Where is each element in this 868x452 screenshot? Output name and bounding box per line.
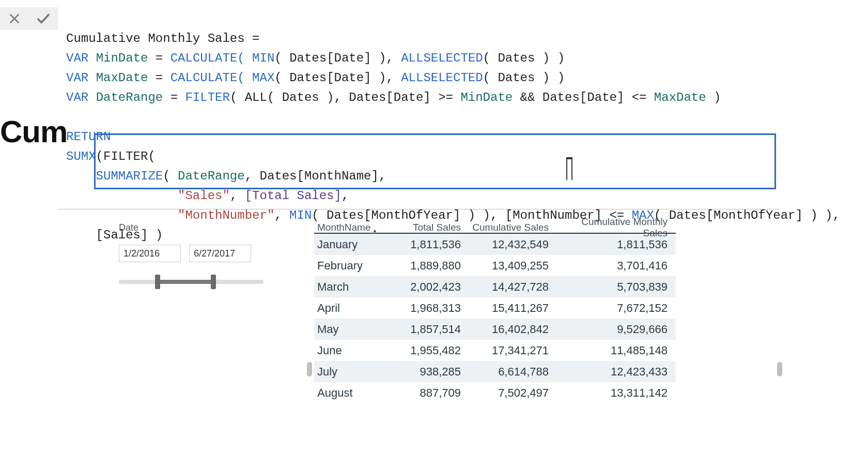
slicer-label: Date (119, 222, 274, 233)
cell-monthname: May (314, 323, 389, 336)
cell-cumulative-monthly-sales: 7,672,152 (552, 302, 671, 315)
col-header-monthname[interactable]: MonthName▲ (314, 222, 389, 233)
cell-cumulative-sales: 16,402,842 (464, 323, 552, 336)
cell-total-sales: 1,811,536 (389, 238, 464, 251)
cell-total-sales: 1,968,313 (389, 302, 464, 315)
slider-handle-to[interactable] (211, 275, 216, 289)
cell-cumulative-monthly-sales: 11,485,148 (552, 344, 671, 357)
cell-total-sales: 938,285 (389, 365, 464, 379)
cell-cumulative-sales: 17,341,271 (464, 344, 552, 357)
table-row[interactable]: July938,2856,614,78812,423,433 (314, 361, 676, 382)
cell-cumulative-sales: 6,614,788 (464, 365, 552, 379)
cell-monthname: February (314, 259, 389, 273)
text-cursor-icon (566, 157, 572, 180)
cell-cumulative-monthly-sales: 13,311,142 (552, 386, 671, 400)
col-header-total-sales[interactable]: Total Sales (389, 222, 464, 233)
code-blank-line (66, 110, 73, 124)
commit-button[interactable] (34, 9, 53, 28)
cell-monthname: March (314, 280, 389, 294)
slider-selection (157, 280, 214, 284)
cell-total-sales: 1,857,514 (389, 323, 464, 336)
cell-cumulative-monthly-sales: 5,703,839 (552, 280, 671, 294)
cell-cumulative-monthly-sales: 9,529,666 (552, 323, 671, 336)
table-body: January1,811,53612,432,5491,811,536Febru… (314, 234, 676, 403)
table-row[interactable]: June1,955,48217,341,27111,485,148 (314, 340, 676, 361)
page-title-fragment: Cum (0, 114, 67, 149)
code-line: SUMMARIZE( DateRange, Dates[MonthName], (66, 169, 386, 183)
cell-monthname: August (314, 386, 389, 400)
cancel-button[interactable] (5, 9, 24, 28)
cell-monthname: January (314, 238, 389, 251)
check-icon (36, 11, 51, 26)
dax-formula-editor[interactable]: Cumulative Monthly Sales = VAR MinDate =… (66, 9, 780, 245)
cell-cumulative-sales: 15,411,267 (464, 302, 552, 315)
divider (58, 209, 780, 209)
cell-monthname: April (314, 302, 389, 315)
col-header-cumulative-monthly-sales[interactable]: Cumulative Monthly Sales (552, 216, 671, 239)
scroll-thumb-right[interactable] (777, 362, 782, 376)
cell-cumulative-monthly-sales: 12,423,433 (552, 365, 671, 379)
date-slicer: Date (119, 222, 274, 284)
col-header-cumulative-sales[interactable]: Cumulative Sales (464, 222, 552, 233)
table-row[interactable]: May1,857,51416,402,8429,529,666 (314, 319, 676, 340)
code-line: SUMX(FILTER( (66, 149, 156, 163)
cell-cumulative-sales: 14,427,728 (464, 280, 552, 294)
slicer-to-input[interactable] (189, 245, 251, 262)
slider-handle-from[interactable] (155, 275, 160, 289)
cell-cumulative-sales: 12,432,549 (464, 238, 552, 251)
code-line: VAR MaxDate = CALCULATE( MAX( Dates[Date… (66, 71, 565, 85)
cell-total-sales: 2,002,423 (389, 280, 464, 294)
cell-cumulative-sales: 7,502,497 (464, 386, 552, 400)
code-line: Cumulative Monthly Sales = (66, 32, 259, 46)
table-row[interactable]: March2,002,42314,427,7285,703,839 (314, 276, 676, 297)
code-line: "Sales", [Total Sales], (66, 189, 349, 203)
slider-track[interactable] (119, 280, 264, 284)
sort-asc-icon: ▲ (373, 228, 378, 233)
slicer-from-input[interactable] (119, 245, 181, 262)
table-header: MonthName▲ Total Sales Cumulative Sales … (314, 216, 676, 234)
cell-cumulative-monthly-sales: 1,811,536 (552, 238, 671, 251)
formula-toolbar (0, 7, 58, 30)
table-row[interactable]: February1,889,88013,409,2553,701,416 (314, 255, 676, 276)
cell-cumulative-sales: 13,409,255 (464, 259, 552, 273)
table-row[interactable]: August887,7097,502,49713,311,142 (314, 382, 676, 403)
scroll-thumb-left[interactable] (307, 362, 312, 376)
cell-cumulative-monthly-sales: 3,701,416 (552, 259, 671, 273)
code-line: RETURN (66, 130, 111, 144)
table-visual: MonthName▲ Total Sales Cumulative Sales … (314, 216, 676, 403)
code-line: VAR MinDate = CALCULATE( MIN( Dates[Date… (66, 51, 565, 65)
cell-monthname: July (314, 365, 389, 379)
code-line: VAR DateRange = FILTER( ALL( Dates ), Da… (66, 91, 721, 104)
close-icon (8, 12, 21, 25)
cell-total-sales: 887,709 (389, 386, 464, 400)
table-row[interactable]: April1,968,31315,411,2677,672,152 (314, 297, 676, 319)
cell-total-sales: 1,889,880 (389, 259, 464, 273)
cell-monthname: June (314, 344, 389, 357)
cell-total-sales: 1,955,482 (389, 344, 464, 357)
